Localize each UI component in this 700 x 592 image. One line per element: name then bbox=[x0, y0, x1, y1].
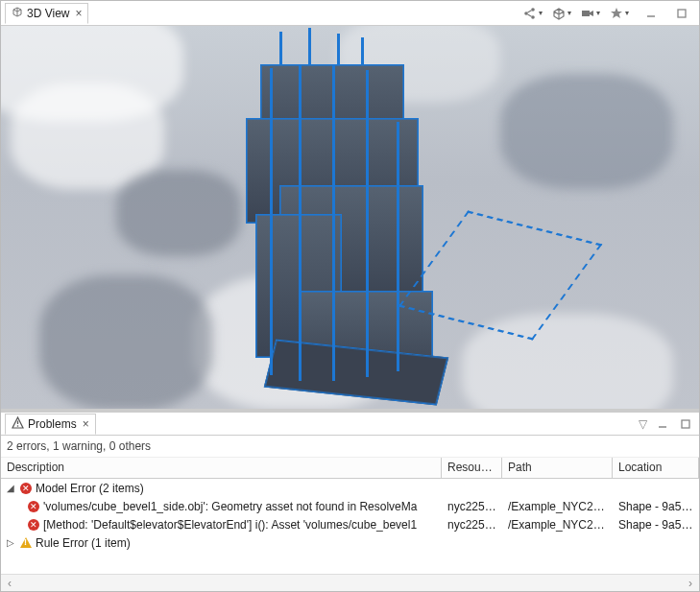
problem-location: Shape - 9a500... bbox=[613, 517, 699, 533]
problem-resource: nyc2259.cej bbox=[442, 499, 502, 514]
group-model-error[interactable]: ◢ ✕ Model Error (2 items) bbox=[1, 479, 699, 497]
maximize-button[interactable] bbox=[672, 6, 691, 21]
view-menu-icon[interactable]: ▽ bbox=[636, 417, 649, 431]
twisty-collapsed-icon[interactable]: ▷ bbox=[5, 537, 16, 548]
minimize-button[interactable] bbox=[653, 416, 672, 432]
close-icon[interactable]: × bbox=[83, 417, 89, 431]
problem-resource: nyc2259.cej bbox=[442, 517, 502, 533]
scroll-right-icon[interactable]: › bbox=[682, 576, 699, 591]
problem-row[interactable]: ✕ 'volumes/cube_bevel1_side.obj': Geomet… bbox=[1, 497, 699, 515]
col-location[interactable]: Location bbox=[613, 458, 699, 478]
svg-rect-3 bbox=[582, 11, 590, 16]
share-dropdown[interactable] bbox=[522, 5, 543, 22]
problem-location: Shape - 9a500... bbox=[613, 499, 699, 514]
problem-row[interactable]: ✕ [Method: 'Default$elevator$ElevatorEnd… bbox=[1, 515, 699, 533]
problems-column-headers: Description Resource Path Location bbox=[1, 458, 699, 479]
close-icon[interactable]: × bbox=[75, 7, 82, 20]
scroll-left-icon[interactable]: ‹ bbox=[1, 576, 18, 591]
warning-icon bbox=[12, 416, 24, 432]
group-label: Model Error (2 items) bbox=[36, 482, 144, 495]
maximize-button[interactable] bbox=[676, 416, 695, 432]
horizontal-scrollbar[interactable]: ‹ › bbox=[1, 574, 699, 591]
col-path[interactable]: Path bbox=[502, 458, 613, 478]
problems-summary: 2 errors, 1 warning, 0 others bbox=[1, 436, 699, 458]
cube-icon bbox=[12, 6, 23, 20]
tab-problems[interactable]: Problems × bbox=[5, 414, 96, 435]
box-dropdown[interactable] bbox=[551, 5, 572, 22]
tab-label: 3D View bbox=[27, 7, 69, 20]
error-icon: ✕ bbox=[20, 483, 32, 494]
problem-path: /Example_NYC225... bbox=[502, 517, 613, 533]
twisty-expanded-icon[interactable]: ◢ bbox=[5, 483, 16, 493]
camera-dropdown[interactable] bbox=[580, 5, 601, 22]
3d-viewport[interactable] bbox=[1, 26, 699, 409]
problems-rows: ◢ ✕ Model Error (2 items) ✕ 'volumes/cub… bbox=[1, 479, 699, 574]
col-description[interactable]: Description bbox=[1, 458, 442, 478]
svg-point-7 bbox=[17, 425, 19, 427]
svg-rect-9 bbox=[682, 420, 689, 428]
group-label: Rule Error (1 item) bbox=[36, 536, 131, 550]
building-model[interactable] bbox=[241, 60, 433, 409]
problem-path: /Example_NYC225... bbox=[502, 499, 613, 514]
tab-label: Problems bbox=[28, 417, 77, 431]
col-resource[interactable]: Resource bbox=[442, 458, 502, 478]
viewport-toolbar: 3D View × bbox=[1, 1, 699, 26]
error-icon: ✕ bbox=[28, 519, 39, 531]
svg-rect-5 bbox=[678, 10, 686, 17]
tab-3d-view[interactable]: 3D View × bbox=[5, 3, 88, 24]
bookmark-dropdown[interactable] bbox=[609, 5, 630, 22]
minimize-button[interactable] bbox=[641, 6, 661, 21]
svg-point-0 bbox=[524, 12, 528, 15]
problem-description: 'volumes/cube_bevel1_side.obj': Geometry… bbox=[43, 500, 417, 513]
problem-description: [Method: 'Default$elevator$ElevatorEnd']… bbox=[43, 518, 417, 532]
group-rule-error[interactable]: ▷ Rule Error (1 item) bbox=[1, 533, 699, 552]
problems-toolbar: Problems × ▽ bbox=[1, 413, 699, 436]
error-icon: ✕ bbox=[28, 501, 39, 512]
warning-icon bbox=[20, 537, 32, 548]
problems-panel: Problems × ▽ 2 errors, 1 warning, 0 othe… bbox=[1, 409, 699, 591]
